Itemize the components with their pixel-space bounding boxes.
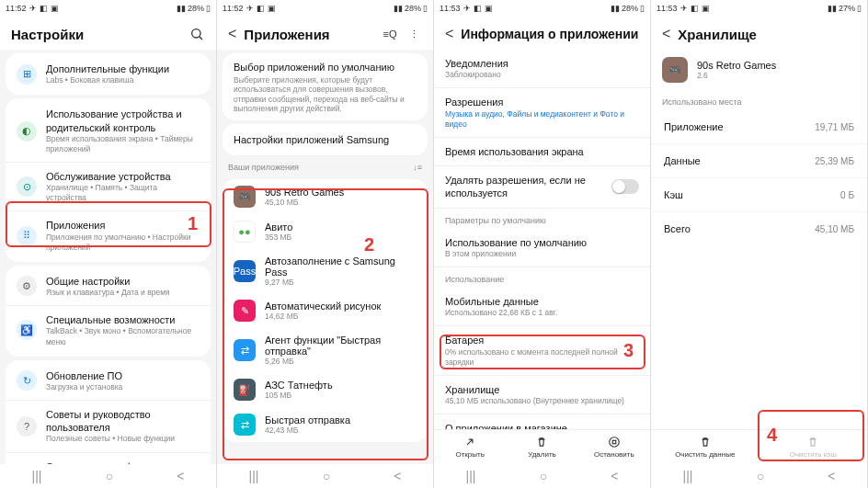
open-button[interactable]: Открыть	[434, 430, 506, 464]
stop-button[interactable]: Остановить	[578, 430, 650, 464]
navbar: |||○<	[0, 464, 216, 488]
status-battery: 27%	[839, 4, 855, 13]
apps-icon: ◧	[40, 4, 48, 13]
btn-label: Очистить кэш	[790, 450, 837, 459]
samsung-apps-card[interactable]: Настройки приложений Samsung	[223, 124, 428, 155]
app-row[interactable]: ⇄Быстрая отправка42,43 МБ	[223, 407, 428, 442]
app-row[interactable]: ●●Авито353 МБ	[223, 214, 428, 249]
back-icon[interactable]: <	[662, 26, 670, 42]
storage-label: Приложение	[664, 121, 724, 132]
settings-item-wellbeing[interactable]: ◐ Использование устройства и родительски…	[6, 100, 211, 163]
app-row[interactable]: ⇄Агент функции "Быстрая отправка"5,26 МБ	[223, 328, 428, 372]
storage-total-row: Всего45,10 МБ	[651, 212, 867, 245]
back-icon[interactable]: <	[445, 26, 453, 42]
bottombar: Открыть Удалить Остановить	[434, 429, 650, 464]
back-icon[interactable]: <	[228, 26, 236, 42]
card-sub: Выберите приложения, которые будут испол…	[234, 75, 417, 113]
home-button[interactable]: ○	[540, 469, 547, 483]
row-title: Использование по умолчанию	[445, 236, 639, 249]
storage-val: 45,10 МБ	[815, 224, 854, 234]
back-button[interactable]: <	[394, 469, 401, 483]
settings-item-about[interactable]: ⓘ Сведения о телефонеСостояние • Юридиче…	[6, 453, 211, 464]
settings-item-update[interactable]: ↻ Обновление ПОЗагрузка и установка	[6, 362, 211, 401]
devicecare-icon: ⊙	[17, 176, 37, 197]
bottombar: Очистить данные Очистить кэш	[651, 429, 867, 464]
uninstall-button[interactable]: Удалить	[506, 430, 577, 464]
app-row[interactable]: 🎮90s Retro Games45,10 МБ	[223, 179, 428, 214]
annotation-number-4: 4	[767, 425, 777, 446]
item-title: Приложения	[46, 219, 200, 232]
settings-item-accessibility[interactable]: ♿ Специальные возможностиTalkBack • Звук…	[6, 306, 211, 354]
back-button[interactable]: <	[177, 469, 184, 483]
storage-val: 0 Б	[840, 190, 854, 200]
home-button[interactable]: ○	[757, 469, 764, 483]
item-sub: Язык и клавиатура • Дата и время	[46, 288, 200, 298]
notif-row[interactable]: УведомленияЗаблокировано	[434, 50, 650, 88]
more-icon[interactable]: ⋮	[405, 26, 422, 42]
annotation-number-1: 1	[188, 213, 198, 234]
battery-row[interactable]: Батарея0% использовано с момента последн…	[434, 326, 650, 375]
item-sub: Labs • Боковая клавиша	[46, 75, 200, 85]
statusbar: 11:53✈◧▣ ▮▮27%▯	[651, 0, 867, 17]
app-row[interactable]: ✎Автоматический рисунок14,62 МБ	[223, 293, 428, 328]
svg-rect-3	[612, 440, 616, 444]
mobile-row[interactable]: Мобильные данныеИспользовано 22,68 КБ с …	[434, 288, 650, 326]
app-row[interactable]: ⛽АЗС Татнефть105 МБ	[223, 372, 428, 407]
clear-data-button[interactable]: Очистить данные	[651, 430, 760, 464]
app-icon: ⇄	[234, 339, 256, 361]
home-button[interactable]: ○	[106, 469, 113, 483]
app-row[interactable]: PassАвтозаполнение с Samsung Pass9,27 МБ	[223, 249, 428, 293]
battery-icon: ▯	[206, 4, 211, 13]
app-icon: 🎮	[234, 186, 256, 208]
navbar: |||○<	[434, 464, 650, 488]
section-label: Использование	[434, 267, 650, 288]
settings-item-general[interactable]: ⚙ Общие настройкиЯзык и клавиатура • Дат…	[6, 267, 211, 306]
phone-storage: 11:53✈◧▣ ▮▮27%▯ < Хранилище 🎮 90s Retro …	[651, 0, 868, 488]
app-name: Автозаполнение с Samsung Pass	[265, 255, 417, 278]
item-title: Общие настройки	[46, 275, 200, 288]
status-battery: 28%	[622, 4, 638, 13]
perm-row[interactable]: РазрешенияМузыка и аудио, Файлы и медиак…	[434, 88, 650, 137]
recent-button[interactable]: |||	[249, 469, 259, 483]
storage-cache-row: Кэш0 Б	[651, 178, 867, 212]
back-button[interactable]: <	[611, 469, 618, 483]
recent-button[interactable]: |||	[683, 469, 693, 483]
home-button[interactable]: ○	[323, 469, 330, 483]
filter-icon[interactable]: ≡Q	[382, 26, 398, 42]
recent-button[interactable]: |||	[32, 469, 42, 483]
back-button[interactable]: <	[828, 469, 835, 483]
settings-item-tips[interactable]: ? Советы и руководство пользователяПолез…	[6, 401, 211, 453]
toggle[interactable]	[611, 179, 639, 194]
settings-item-advanced[interactable]: ⊞ Дополнительные функцииLabs • Боковая к…	[6, 55, 211, 93]
storage-row[interactable]: Хранилище45,10 МБ использовано (Внутренн…	[434, 376, 650, 414]
default-apps-card[interactable]: Выбор приложений по умолчанию Выберите п…	[223, 53, 428, 120]
app-size: 45,10 МБ	[265, 198, 344, 207]
svg-line-1	[200, 37, 202, 40]
telegram-icon: ✈	[29, 4, 37, 13]
section-label: Параметры по умолчанию	[434, 209, 650, 229]
annotation-number-2: 2	[364, 234, 374, 255]
storage-label: Данные	[664, 155, 701, 166]
card-title: Выбор приложений по умолчанию	[234, 61, 417, 74]
app-name: Автоматический рисунок	[265, 301, 381, 312]
app-name: 90s Retro Games	[265, 187, 344, 198]
settings-item-devicecare[interactable]: ⊙ Обслуживание устройстваХранилище • Пам…	[6, 163, 211, 211]
statusbar: 11:53✈◧▣ ▮▮28%▯	[434, 0, 650, 17]
btn-label: Открыть	[455, 450, 484, 459]
settings-item-apps[interactable]: ⠿ ПриложенияПриложения по умолчанию • На…	[6, 211, 211, 259]
app-size: 353 МБ	[265, 233, 292, 242]
app-header: 🎮 90s Retro Games2.6	[651, 50, 867, 90]
screentime-row[interactable]: Время использования экрана	[434, 138, 650, 166]
store-row[interactable]: О приложении в магазинеПриложение загруж…	[434, 414, 650, 429]
search-icon[interactable]	[188, 26, 205, 42]
btn-label: Остановить	[594, 450, 634, 459]
header: Настройки	[0, 17, 216, 50]
default-row[interactable]: Использование по умолчаниюВ этом приложе…	[434, 229, 650, 267]
app-icon: ⇄	[234, 414, 256, 436]
sort-icon[interactable]: ↓≡	[413, 163, 422, 172]
app-icon: 🎮	[662, 57, 688, 83]
app-size: 14,62 МБ	[265, 312, 381, 321]
revoke-row[interactable]: Удалять разрешения, если не используется	[434, 166, 650, 209]
recent-button[interactable]: |||	[466, 469, 476, 483]
item-title: Обслуживание устройства	[46, 170, 200, 183]
